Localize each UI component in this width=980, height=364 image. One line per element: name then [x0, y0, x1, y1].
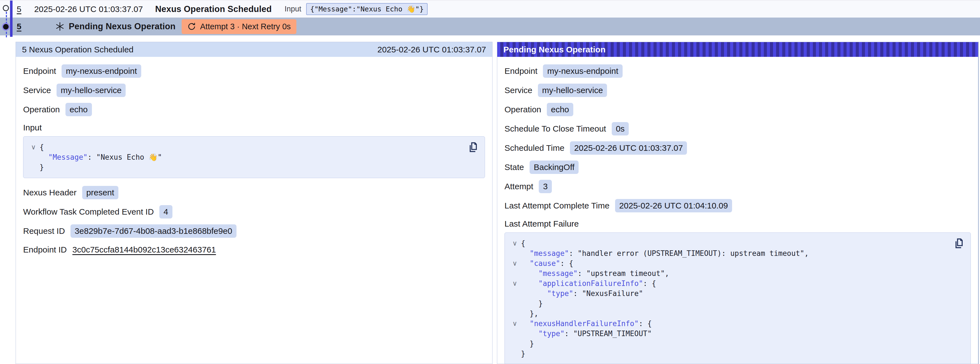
pending-panel-header: Pending Nexus Operation	[497, 42, 978, 57]
event-input-label: Input	[285, 5, 301, 13]
field-attempt: Attempt 3	[504, 180, 971, 193]
json-code-line: },	[521, 310, 538, 318]
nexus-header-label: Nexus Header	[23, 188, 76, 197]
event-row-pending-nexus-operation[interactable]: 5 Pending Nexus Operation Attempt 3 · Ne…	[0, 18, 980, 35]
scheduled-panel-header: 5 Nexus Operation Scheduled 2025-02-26 U…	[16, 42, 492, 57]
timeline-node-current-icon	[3, 24, 9, 30]
pending-event-title: Pending Nexus Operation	[69, 21, 176, 32]
timeline-gutter	[0, 0, 16, 37]
operation-label: Operation	[504, 105, 541, 114]
json-code-line: "type": "UPSTREAM_TIMEOUT"	[521, 329, 652, 338]
field-schedule-to-close-timeout: Schedule To Close Timeout 0s	[504, 122, 971, 136]
event-input-preview-badge: {"Message":"Nexus Echo 👋"}	[306, 3, 427, 15]
endpoint-value-badge: my-nexus-endpoint	[62, 64, 141, 78]
field-nexus-header: Nexus Header present	[23, 186, 485, 199]
json-code-line: {	[40, 143, 44, 151]
json-code-line: "message": "upstream timeout",	[521, 269, 669, 278]
retry-icon	[187, 22, 196, 31]
event-timestamp: 2025-02-26 UTC 01:03:37.07	[34, 5, 143, 14]
json-code-line: }	[40, 163, 44, 171]
event-title: Nexus Operation Scheduled	[155, 4, 272, 14]
event-row-nexus-operation-scheduled[interactable]: 5 2025-02-26 UTC 01:03:37.07 Nexus Opera…	[0, 0, 980, 18]
scheduled-panel-title: 5 Nexus Operation Scheduled	[22, 45, 134, 54]
field-request-id: Request ID 3e829b7e-7d67-4b08-aad3-b1e86…	[23, 224, 485, 238]
event-id-link[interactable]: 5	[17, 5, 21, 14]
copy-icon[interactable]	[467, 141, 479, 154]
collapse-chevron-icon[interactable]: ∨	[509, 278, 521, 289]
operation-value-badge: echo	[547, 103, 573, 116]
copy-icon[interactable]	[953, 237, 965, 250]
timeline-node-open-icon	[3, 5, 9, 11]
schedule-to-close-timeout-label: Schedule To Close Timeout	[504, 124, 606, 134]
field-service: Service my-hello-service	[23, 84, 485, 97]
service-value-badge: my-hello-service	[538, 84, 607, 97]
event-group-indicator-bar	[10, 0, 13, 37]
state-label: State	[504, 163, 524, 172]
last-attempt-complete-time-badge: 2025-02-26 UTC 01:04:10.09	[615, 199, 732, 212]
field-endpoint: Endpoint my-nexus-endpoint	[504, 64, 971, 78]
endpoint-value-badge: my-nexus-endpoint	[543, 64, 622, 78]
collapse-chevron-icon[interactable]: ∨	[509, 259, 521, 268]
retry-status-badge: Attempt 3 · Next Retry 0s	[181, 19, 296, 34]
field-operation: Operation echo	[504, 103, 971, 116]
pending-panel-title: Pending Nexus Operation	[503, 45, 606, 54]
wtce-label: Workflow Task Completed Event ID	[23, 207, 154, 217]
request-id-value-badge: 3e829b7e-7d67-4b08-aad3-b1e868bfe9e0	[70, 224, 237, 238]
json-code-line: "cause": {	[521, 259, 573, 268]
service-value-badge: my-hello-service	[57, 84, 126, 97]
endpoint-label: Endpoint	[504, 66, 537, 76]
field-scheduled-time: Scheduled Time 2025-02-26 UTC 01:03:37.0…	[504, 141, 971, 155]
json-code-line: }	[521, 350, 525, 358]
input-section-label: Input	[23, 123, 485, 133]
scheduled-event-panel: 5 Nexus Operation Scheduled 2025-02-26 U…	[16, 42, 493, 364]
operation-value-badge: echo	[65, 103, 92, 116]
endpoint-id-label: Endpoint ID	[23, 245, 67, 254]
event-history: 5 2025-02-26 UTC 01:03:37.07 Nexus Opera…	[0, 0, 980, 35]
service-label: Service	[504, 86, 532, 95]
json-code-line: }	[521, 340, 534, 348]
field-workflow-task-completed-event-id: Workflow Task Completed Event ID 4	[23, 205, 485, 219]
json-code-line: "type": "NexusFailure"	[521, 289, 643, 298]
scheduled-time-label: Scheduled Time	[504, 143, 565, 153]
schedule-to-close-timeout-badge: 0s	[612, 122, 629, 136]
endpoint-id-link[interactable]: 3c0c75ccfa8144b092c13ce632463761	[72, 245, 216, 254]
attempt-badge: 3	[539, 180, 552, 193]
last-attempt-complete-time-label: Last Attempt Complete Time	[504, 201, 609, 211]
event-id-link[interactable]: 5	[17, 22, 21, 31]
last-attempt-failure-label: Last Attempt Failure	[504, 219, 971, 228]
collapse-chevron-icon[interactable]: ∨	[509, 319, 521, 329]
scheduled-time-badge: 2025-02-26 UTC 01:03:37.07	[570, 141, 687, 155]
event-detail-panels: 5 Nexus Operation Scheduled 2025-02-26 U…	[16, 42, 979, 364]
field-endpoint: Endpoint my-nexus-endpoint	[23, 64, 485, 78]
field-last-attempt-complete-time: Last Attempt Complete Time 2025-02-26 UT…	[504, 199, 971, 212]
field-operation: Operation echo	[23, 103, 485, 116]
attempt-label: Attempt	[504, 182, 533, 191]
field-endpoint-id: Endpoint ID 3c0c75ccfa8144b092c13ce63246…	[23, 244, 485, 256]
json-code-line: }	[521, 299, 542, 308]
json-code-line: "nexusHandlerFailureInfo": {	[521, 319, 652, 328]
input-json-viewer: ∨{ "Message": "Nexus Echo 👋"}	[23, 136, 485, 178]
operation-label: Operation	[23, 105, 60, 114]
endpoint-label: Endpoint	[23, 66, 56, 76]
wtce-value-badge: 4	[159, 205, 172, 219]
last-attempt-failure-json-viewer: ∨{ "message": "handler error (UPSTREAM_T…	[504, 232, 971, 364]
collapse-chevron-icon[interactable]: ∨	[509, 238, 521, 248]
request-id-label: Request ID	[23, 226, 65, 236]
collapse-chevron-icon[interactable]: ∨	[27, 142, 40, 152]
json-code-line: "message": "handler error (UPSTREAM_TIME…	[521, 249, 809, 257]
scheduled-panel-timestamp: 2025-02-26 UTC 01:03:37.07	[377, 45, 486, 54]
retry-badge-text: Attempt 3 · Next Retry 0s	[200, 22, 291, 31]
pending-asterisk-icon	[55, 21, 65, 32]
json-code-line: "applicationFailureInfo": {	[521, 279, 656, 287]
service-label: Service	[23, 86, 51, 95]
pending-operation-panel: Pending Nexus Operation Endpoint my-nexu…	[497, 42, 979, 364]
json-code-line: "Message": "Nexus Echo 👋"	[40, 153, 162, 161]
json-code-line: {	[521, 239, 525, 247]
nexus-header-value-badge: present	[82, 186, 118, 199]
field-service: Service my-hello-service	[504, 84, 971, 97]
field-state: State BackingOff	[504, 161, 971, 174]
state-badge: BackingOff	[530, 161, 579, 174]
